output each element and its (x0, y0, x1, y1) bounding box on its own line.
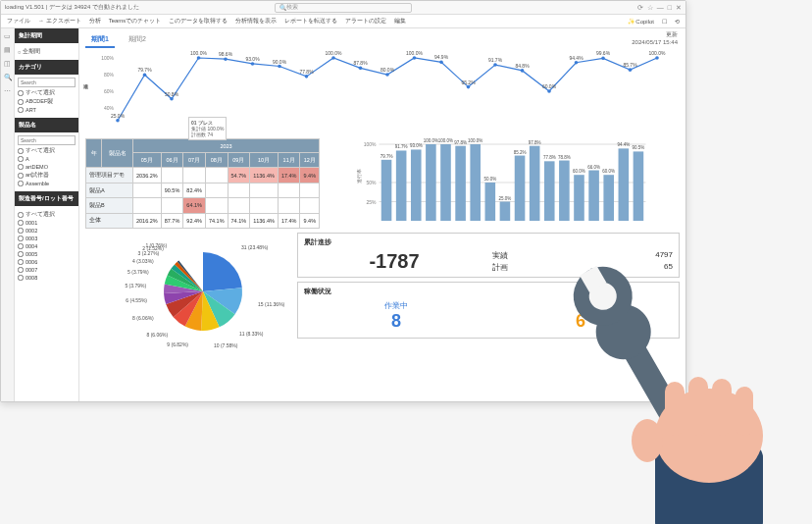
star-icon[interactable]: ☆ (647, 4, 653, 12)
working-value: 8 (306, 311, 486, 332)
rail-model-icon[interactable]: ◫ (4, 60, 12, 68)
app-info: loading V1.501 | データは 34924 で自動されました (5, 3, 275, 12)
svg-rect-71 (515, 156, 526, 221)
lot-checkbox[interactable] (18, 243, 24, 249)
menu-forward[interactable]: レポートを転送する (284, 17, 337, 26)
svg-text:60%: 60% (104, 88, 115, 94)
global-search[interactable]: 🔍 検索 (275, 3, 412, 13)
copilot-button[interactable]: ✨ Copilot (628, 18, 654, 25)
minimize-icon[interactable]: — (657, 4, 664, 12)
stopped-value: 6 (490, 311, 671, 332)
menu-analysis[interactable]: 分析 (89, 17, 101, 26)
menu-teams[interactable]: Teamsでのチャット (109, 17, 162, 26)
rail-search-icon[interactable]: 🔍 (4, 74, 12, 81)
lot-checkbox[interactable] (18, 251, 24, 257)
cat-item-checkbox[interactable] (18, 99, 24, 105)
svg-text:79.7%: 79.7% (381, 154, 393, 159)
svg-point-113 (632, 419, 663, 462)
svg-text:25.0%: 25.0% (499, 196, 512, 201)
svg-text:8 (6.06%): 8 (6.06%) (146, 332, 168, 338)
category-search[interactable] (18, 78, 76, 87)
menu-file[interactable]: ファイル (7, 17, 30, 26)
menu-getdata[interactable]: このデータを取得する (169, 17, 228, 26)
svg-text:100%: 100% (101, 55, 114, 61)
svg-point-36 (547, 89, 551, 93)
lot-checkbox[interactable] (18, 228, 24, 234)
svg-text:94.4%: 94.4% (569, 55, 584, 61)
app-window: loading V1.501 | データは 34924 で自動されました 🔍 検… (0, 0, 686, 402)
cat-item-label: ART (25, 107, 36, 113)
filter-allperiod[interactable]: 全期間 (23, 48, 40, 55)
reset-icon[interactable]: ⟲ (675, 18, 680, 25)
prod-checkbox[interactable] (18, 181, 24, 186)
reload-icon[interactable]: ⟳ (637, 4, 643, 12)
svg-text:60.0%: 60.0% (542, 83, 557, 89)
pie-chart: 31 (23.48%)15 (11.36%)11 (8.33%)10 (7.58… (85, 233, 291, 350)
svg-point-18 (305, 75, 309, 79)
tab-period2[interactable]: 期間2 (123, 32, 152, 48)
lot-label: 0004 (25, 243, 37, 249)
svg-text:90.0%: 90.0% (273, 59, 287, 65)
cat-item-checkbox[interactable] (18, 107, 24, 113)
bar-chart: 25%50%100%進行率79.7%91.7%93.0%100.0%100.0%… (326, 138, 680, 229)
svg-rect-87 (634, 151, 644, 221)
svg-point-26 (413, 56, 417, 60)
window-controls: ⟳ ☆ — □ ✕ (412, 4, 682, 12)
svg-rect-79 (574, 175, 584, 221)
svg-text:100.0%: 100.0% (468, 138, 482, 143)
rail-data-icon[interactable]: ▤ (4, 46, 12, 54)
rail-more-icon[interactable]: ⋯ (4, 87, 12, 95)
lot-checkbox[interactable] (18, 212, 24, 218)
product-search[interactable] (18, 135, 76, 145)
svg-rect-83 (603, 175, 614, 221)
prod-checkbox[interactable] (18, 164, 24, 170)
menu-edit[interactable]: 編集 (394, 17, 406, 26)
stopped-label: 中 (490, 300, 671, 311)
menubar: ファイル → エクスポート 分析 Teamsでのチャット このデータを取得する … (1, 15, 685, 28)
rail-page-icon[interactable]: ▭ (4, 32, 12, 40)
close-icon[interactable]: ✕ (676, 4, 682, 12)
titlebar: loading V1.501 | データは 34924 で自動されました 🔍 検… (1, 1, 685, 15)
maximize-icon[interactable]: □ (668, 4, 672, 12)
svg-rect-107 (655, 445, 763, 524)
menu-insights[interactable]: 分析情報を表示 (235, 17, 277, 26)
svg-text:6 (4.55%): 6 (4.55%) (126, 297, 147, 303)
lot-checkbox[interactable] (18, 220, 24, 226)
svg-point-10 (197, 56, 201, 60)
working-label: 作業中 (306, 300, 486, 311)
lot-label: 0001 (25, 220, 37, 226)
svg-text:94.4%: 94.4% (617, 142, 630, 147)
svg-text:60.0%: 60.0% (573, 169, 585, 174)
line-chart: 達成率 40%60%80%100%25.0%79.7%50.8%100.0%98… (85, 50, 680, 136)
lot-checkbox[interactable] (18, 275, 24, 281)
lot-checkbox[interactable] (18, 236, 24, 241)
svg-point-6 (143, 73, 147, 77)
prod-checkbox[interactable] (18, 173, 24, 179)
menu-export[interactable]: → エクスポート (38, 17, 81, 26)
svg-rect-63 (455, 146, 466, 221)
line-legend: 01 プレス 集計値 100.0% 計画数 74 (188, 117, 227, 140)
svg-text:60.0%: 60.0% (602, 169, 615, 174)
prod-checkbox[interactable] (18, 156, 24, 162)
copilot-label: Copilot (635, 19, 654, 25)
radio-icon[interactable]: ○ (18, 49, 21, 55)
menu-alert[interactable]: アラートの設定 (345, 17, 386, 26)
svg-text:4 (3.03%): 4 (3.03%) (132, 258, 154, 264)
status-card: 稼働状況 作業中8 中6 (297, 282, 680, 339)
main-wrap: ▭ ▤ ◫ 🔍 ⋯ 集計期間 ○全期間 カテゴリ すべて選択 ABCDEF製 A… (1, 28, 685, 401)
svg-rect-111 (712, 379, 732, 436)
svg-text:97.8%: 97.8% (454, 140, 467, 145)
lot-checkbox[interactable] (18, 267, 24, 273)
lot-checkbox[interactable] (18, 259, 24, 265)
prod-checkbox[interactable] (18, 148, 24, 154)
bookmark-icon[interactable]: ☐ (662, 18, 667, 25)
svg-text:100.0%: 100.0% (438, 138, 453, 143)
lot-label: 0006 (25, 259, 37, 265)
legend-row: 計画数 74 (191, 131, 224, 137)
svg-text:50.8%: 50.8% (165, 91, 179, 97)
tab-period1[interactable]: 期間1 (85, 32, 115, 48)
svg-text:50.0%: 50.0% (483, 177, 496, 182)
svg-rect-53 (381, 160, 392, 221)
svg-rect-57 (411, 149, 422, 221)
cat-all-checkbox[interactable] (18, 90, 24, 96)
